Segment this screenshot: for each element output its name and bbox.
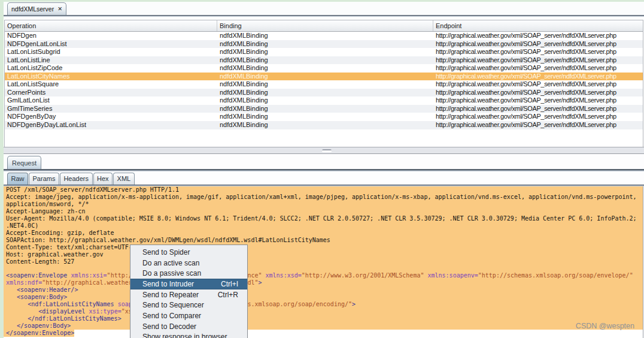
- menu-item-send-to-decoder[interactable]: Send to Decoder: [130, 321, 247, 332]
- cell-operation: NDFDgenByDay: [5, 113, 217, 121]
- frame-border-left: [0, 0, 4, 338]
- request-line: <soapenv:Envelope xmlns:xsi="http://www.…: [4, 272, 643, 279]
- menu-item-send-to-repeater[interactable]: Send to RepeaterCtrl+R: [130, 289, 247, 300]
- editor-tab-xml[interactable]: XML: [113, 173, 135, 185]
- cell-binding: ndfdXMLBinding: [217, 64, 433, 73]
- request-line: POST /xml/SOAP_server/ndfdXMLserver.php …: [4, 186, 643, 194]
- menu-item-send-to-sequencer[interactable]: Send to Sequencer: [130, 300, 247, 310]
- cell-binding: ndfdXMLBinding: [217, 56, 433, 65]
- table-row-latlonlistsubgrid[interactable]: LatLonListSubgridndfdXMLBindinghttp://gr…: [5, 48, 643, 56]
- cell-operation: NDFDgenByDayLatLonList: [5, 121, 217, 129]
- request-editor[interactable]: POST /xml/SOAP_server/ndfdXMLserver.php …: [4, 186, 643, 338]
- request-line: </soapenv:Body>: [4, 322, 643, 330]
- tab-ndfdxmlserver[interactable]: ndfdXMLserver ✕: [7, 2, 66, 15]
- table-row-gmltimeseries[interactable]: GmlTimeSeriesndfdXMLBindinghttp://graphi…: [5, 105, 643, 113]
- panel-splitter[interactable]: [4, 147, 644, 154]
- cell-endpoint: http://graphical.weather.gov/xml/SOAP_se…: [433, 32, 643, 40]
- cell-operation: GmlTimeSeries: [5, 105, 217, 113]
- cell-operation: LatLonListSquare: [5, 80, 217, 89]
- table-row-ndfdgenbyday[interactable]: NDFDgenByDayndfdXMLBindinghttp://graphic…: [5, 113, 643, 121]
- cell-endpoint: http://graphical.weather.gov/xml/SOAP_se…: [433, 121, 643, 129]
- request-line: <soapenv:Body>: [4, 294, 643, 301]
- cell-binding: ndfdXMLBinding: [217, 105, 433, 113]
- request-line: Content-Length: 527: [4, 258, 643, 265]
- menu-item-send-to-spider[interactable]: Send to Spider: [130, 247, 247, 258]
- column-header-operation[interactable]: Operation: [5, 20, 217, 31]
- frame-border-top: [0, 0, 644, 2]
- menu-item-show-response-in-browser[interactable]: Show response in browser: [130, 332, 247, 338]
- cell-binding: ndfdXMLBinding: [217, 80, 433, 89]
- request-line: <displayLevel xsi:type="xsd:unsignedInt"…: [4, 308, 643, 315]
- request-line: User-Agent: Mozilla/4.0 (compatible; MSI…: [4, 215, 643, 222]
- cell-operation: NDFDgen: [5, 32, 217, 40]
- editor-tab-headers[interactable]: Headers: [60, 173, 93, 185]
- request-line: <ndf:LatLonListCityNames soapenv:encodin…: [4, 301, 643, 308]
- request-line: [4, 265, 643, 272]
- operations-table-body: NDFDgenndfdXMLBindinghttp://graphical.we…: [5, 32, 643, 129]
- table-row-ndfdgen[interactable]: NDFDgenndfdXMLBindinghttp://graphical.we…: [5, 32, 643, 40]
- watermark: CSDN @wespten: [576, 322, 634, 330]
- column-header-endpoint[interactable]: Endpoint: [433, 20, 643, 31]
- menu-item-send-to-comparer[interactable]: Send to Comparer: [130, 310, 247, 321]
- request-line: .NET4.0C): [4, 222, 643, 230]
- table-row-gmllatlonlist[interactable]: GmlLatLonListndfdXMLBindinghttp://graphi…: [5, 96, 643, 105]
- request-line: Host: graphical.weather.gov: [4, 251, 643, 258]
- cell-binding: ndfdXMLBinding: [217, 40, 433, 49]
- request-line: </ndf:LatLonListCityNames>: [4, 315, 643, 322]
- request-line: Accept: image/jpeg, application/x-ms-app…: [4, 194, 643, 201]
- request-tabstrip: Request: [4, 154, 644, 169]
- cell-operation: LatLonListCityNames: [5, 73, 217, 81]
- operations-table: Operation Binding Endpoint NDFDgenndfdXM…: [4, 20, 643, 147]
- request-line: </soapenv:Envelope>: [4, 330, 643, 337]
- cell-endpoint: http://graphical.weather.gov/xml/SOAP_se…: [433, 96, 643, 105]
- request-line: <soapenv:Header/>: [4, 286, 643, 294]
- tab-request[interactable]: Request: [7, 156, 41, 169]
- cell-endpoint: http://graphical.weather.gov/xml/SOAP_se…: [433, 80, 643, 89]
- cell-binding: ndfdXMLBinding: [217, 96, 433, 105]
- cell-endpoint: http://graphical.weather.gov/xml/SOAP_se…: [433, 89, 643, 97]
- table-row-latlonlistcitynames[interactable]: LatLonListCityNamesndfdXMLBindinghttp://…: [5, 73, 643, 81]
- cell-binding: ndfdXMLBinding: [217, 32, 433, 40]
- table-row-latlonlistline[interactable]: LatLonListLinendfdXMLBindinghttp://graph…: [5, 56, 643, 65]
- table-row-latlonlistzipcode[interactable]: LatLonListZipCodendfdXMLBindinghttp://gr…: [5, 64, 643, 73]
- menu-item-do-an-active-scan[interactable]: Do an active scan: [130, 258, 247, 268]
- cell-binding: ndfdXMLBinding: [217, 48, 433, 56]
- editor-tab-hex[interactable]: Hex: [93, 173, 113, 185]
- table-row-latlonlistsquare[interactable]: LatLonListSquarendfdXMLBindinghttp://gra…: [5, 80, 643, 89]
- tab-close-icon[interactable]: ✕: [57, 6, 62, 12]
- document-tabstrip: ndfdXMLserver ✕: [4, 2, 644, 15]
- cell-endpoint: http://graphical.weather.gov/xml/SOAP_se…: [433, 40, 643, 49]
- request-line: application/msword, */*: [4, 201, 643, 208]
- cell-endpoint: http://graphical.weather.gov/xml/SOAP_se…: [433, 105, 643, 113]
- column-header-binding[interactable]: Binding: [217, 20, 433, 31]
- cell-endpoint: http://graphical.weather.gov/xml/SOAP_se…: [433, 113, 643, 121]
- cell-operation: CornerPoints: [5, 89, 217, 97]
- request-line: Accept-Encoding: gzip, deflate: [4, 230, 643, 237]
- menu-item-do-a-passive-scan[interactable]: Do a passive scan: [130, 268, 247, 279]
- cell-operation: LatLonListLine: [5, 56, 217, 65]
- cell-binding: ndfdXMLBinding: [217, 113, 433, 121]
- request-tab-label: Request: [12, 159, 37, 167]
- editor-tabstrip: RawParamsHeadersHexXML: [4, 171, 644, 185]
- operations-table-header: Operation Binding Endpoint: [5, 20, 643, 32]
- table-row-cornerpoints[interactable]: CornerPointsndfdXMLBindinghttp://graphic…: [5, 89, 643, 97]
- request-line: xmlns:ndf="http://graphical.weather.gov/…: [4, 279, 643, 286]
- cell-endpoint: http://graphical.weather.gov/xml/SOAP_se…: [433, 73, 643, 81]
- cell-endpoint: http://graphical.weather.gov/xml/SOAP_se…: [433, 48, 643, 56]
- cell-operation: GmlLatLonList: [5, 96, 217, 105]
- editor-tab-params[interactable]: Params: [29, 173, 59, 185]
- tabstrip-underline: [4, 15, 644, 17]
- editor-tab-raw[interactable]: Raw: [7, 173, 28, 185]
- cell-binding: ndfdXMLBinding: [217, 89, 433, 97]
- table-row-ndfdgenbydaylatlonlist[interactable]: NDFDgenByDayLatLonListndfdXMLBindinghttp…: [5, 121, 643, 129]
- request-line: Accept-Language: zh-cn: [4, 208, 643, 215]
- request-line: Content-Type: text/xml;charset=UTF-8: [4, 244, 643, 251]
- cell-operation: LatLonListZipCode: [5, 64, 217, 73]
- context-menu: Send to SpiderDo an active scanDo a pass…: [130, 245, 248, 338]
- splitter-grip-icon[interactable]: [322, 149, 332, 152]
- cell-endpoint: http://graphical.weather.gov/xml/SOAP_se…: [433, 64, 643, 73]
- cell-binding: ndfdXMLBinding: [217, 73, 433, 81]
- table-row-ndfdgenlatlonlist[interactable]: NDFDgenLatLonListndfdXMLBindinghttp://gr…: [5, 40, 643, 49]
- menu-item-send-to-intruder[interactable]: Send to IntruderCtrl+I: [130, 279, 247, 289]
- cell-operation: NDFDgenLatLonList: [5, 40, 217, 49]
